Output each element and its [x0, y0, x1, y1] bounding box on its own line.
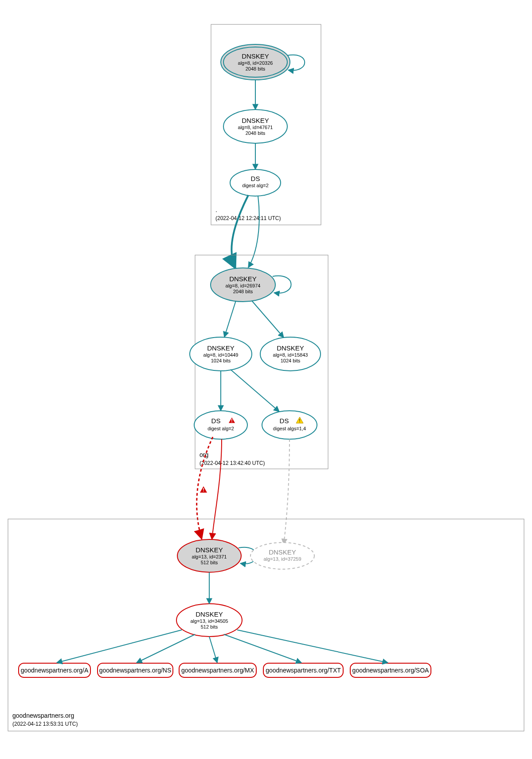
- edge-root-ds-org-ksk-thick: [231, 195, 248, 268]
- zone-org-timestamp: (2022-04-12 13:42:40 UTC): [200, 460, 265, 466]
- node-org-ds2: DS digest algs=1,4 !: [262, 411, 317, 439]
- svg-text:!: !: [299, 418, 300, 423]
- zone-root-timestamp: (2022-04-12 12:24:11 UTC): [215, 215, 281, 221]
- leaf-ns: goodnewspartners.org/NS: [98, 663, 173, 677]
- svg-text:alg=13, id=37259: alg=13, id=37259: [263, 556, 301, 562]
- svg-text:goodnewspartners.org/MX: goodnewspartners.org/MX: [181, 667, 254, 674]
- svg-text:1024 bits: 1024 bits: [281, 358, 301, 363]
- svg-text:goodnewspartners.org/NS: goodnewspartners.org/NS: [99, 667, 172, 674]
- svg-text:DNSKEY: DNSKEY: [196, 546, 223, 554]
- node-dom-ghost: DNSKEY alg=13, id=37259: [250, 543, 314, 569]
- svg-text:DNSKEY: DNSKEY: [207, 344, 235, 352]
- svg-point-26: [194, 411, 247, 439]
- svg-text:alg=8, id=47671: alg=8, id=47671: [238, 125, 273, 130]
- svg-text:DS: DS: [251, 175, 260, 182]
- warning-icon: !: [200, 486, 207, 493]
- node-org-zsk2: DNSKEY alg=8, id=15843 1024 bits: [260, 337, 321, 371]
- leaf-mx: goodnewspartners.org/MX: [179, 663, 256, 677]
- node-dom-ksk: DNSKEY alg=13, id=2371 512 bits: [177, 539, 241, 572]
- edge-root-ds-org-ksk: [248, 196, 259, 267]
- node-org-ds1: DS digest alg=2 !: [194, 411, 247, 439]
- edge-zsk-a: [57, 630, 182, 663]
- zone-org: org (2022-04-12 13:42:40 UTC) DNSKEY alg…: [190, 255, 328, 469]
- svg-text:DS: DS: [211, 417, 221, 425]
- leaf-soa: goodnewspartners.org/SOA: [350, 663, 431, 677]
- edge-zsk-ns: [137, 634, 195, 663]
- edge-zsk-txt: [224, 634, 301, 663]
- leaf-txt: goodnewspartners.org/TXT: [263, 663, 343, 677]
- zone-domain-timestamp: (2022-04-12 13:53:31 UTC): [12, 721, 78, 727]
- edge-zsk-soa: [237, 630, 388, 663]
- svg-text:DNSKEY: DNSKEY: [196, 610, 223, 618]
- edge-org-zsk1-ds2: [231, 370, 279, 412]
- svg-text:digest alg=2: digest alg=2: [242, 183, 269, 188]
- edge-zsk-mx: [209, 637, 217, 663]
- dnssec-diagram: . (2022-04-12 12:24:11 UTC) DNSKEY alg=8…: [0, 0, 532, 759]
- zone-root: . (2022-04-12 12:24:11 UTC) DNSKEY alg=8…: [211, 24, 321, 225]
- svg-text:2048 bits: 2048 bits: [246, 66, 266, 71]
- svg-text:DNSKEY: DNSKEY: [242, 52, 269, 60]
- edge-org-ds1-dom-ksk-solid: [212, 439, 222, 539]
- node-org-ksk: DNSKEY alg=8, id=26974 2048 bits: [211, 268, 275, 302]
- svg-text:DNSKEY: DNSKEY: [277, 344, 304, 352]
- svg-text:goodnewspartners.org/A: goodnewspartners.org/A: [21, 667, 89, 674]
- svg-text:512 bits: 512 bits: [201, 624, 218, 629]
- svg-text:alg=13, id=2371: alg=13, id=2371: [192, 554, 227, 559]
- zone-domain-name: goodnewspartners.org: [12, 712, 74, 719]
- svg-point-30: [262, 411, 317, 439]
- node-root-zsk: DNSKEY alg=8, id=47671 2048 bits: [223, 110, 287, 143]
- node-org-zsk1: DNSKEY alg=8, id=10449 1024 bits: [190, 337, 252, 371]
- svg-text:1024 bits: 1024 bits: [211, 358, 231, 363]
- zone-domain: goodnewspartners.org (2022-04-12 13:53:3…: [8, 519, 524, 731]
- svg-text:goodnewspartners.org/TXT: goodnewspartners.org/TXT: [266, 667, 341, 674]
- svg-text:goodnewspartners.org/SOA: goodnewspartners.org/SOA: [352, 667, 429, 674]
- svg-text:DNSKEY: DNSKEY: [229, 275, 257, 283]
- svg-text:512 bits: 512 bits: [201, 560, 218, 565]
- svg-text:alg=8, id=10449: alg=8, id=10449: [203, 352, 239, 358]
- svg-text:DNSKEY: DNSKEY: [269, 548, 296, 556]
- svg-text:DS: DS: [280, 417, 289, 425]
- leaf-a: goodnewspartners.org/A: [19, 663, 90, 677]
- svg-text:alg=8, id=26974: alg=8, id=26974: [226, 283, 261, 288]
- zone-root-name: .: [215, 206, 217, 213]
- edge-org-ksk-zsk2: [252, 301, 284, 338]
- svg-text:alg=8, id=15843: alg=8, id=15843: [273, 352, 308, 358]
- node-root-ds: DS digest alg=2: [230, 169, 281, 196]
- edge-org-ksk-zsk1: [224, 301, 236, 337]
- svg-text:digest algs=1,4: digest algs=1,4: [273, 426, 306, 431]
- svg-text:alg=13, id=34505: alg=13, id=34505: [190, 618, 228, 624]
- svg-text:DNSKEY: DNSKEY: [242, 117, 269, 124]
- edge-org-ds2-dom-ghost: [284, 439, 289, 544]
- svg-point-40: [250, 543, 314, 569]
- svg-text:!: !: [203, 488, 204, 492]
- node-root-ksk: DNSKEY alg=8, id=20326 2048 bits: [221, 44, 290, 80]
- svg-text:alg=8, id=20326: alg=8, id=20326: [238, 60, 273, 66]
- svg-text:2048 bits: 2048 bits: [233, 289, 253, 294]
- svg-text:2048 bits: 2048 bits: [246, 130, 266, 136]
- node-dom-zsk: DNSKEY alg=13, id=34505 512 bits: [176, 604, 242, 637]
- svg-text:!: !: [231, 418, 232, 423]
- svg-text:digest alg=2: digest alg=2: [207, 426, 234, 431]
